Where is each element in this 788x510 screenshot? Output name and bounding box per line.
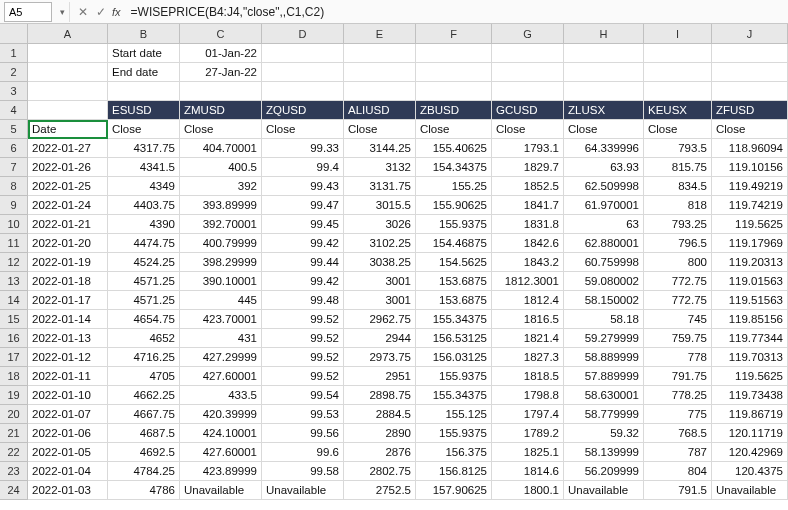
cell[interactable]: 3001: [344, 272, 416, 291]
cell[interactable]: 155.90625: [416, 196, 492, 215]
cell[interactable]: 99.53: [262, 405, 344, 424]
cell[interactable]: ESUSD: [108, 101, 180, 120]
cell[interactable]: 156.8125: [416, 462, 492, 481]
row-header[interactable]: 13: [0, 272, 28, 291]
cell[interactable]: 155.34375: [416, 310, 492, 329]
cell[interactable]: 1842.6: [492, 234, 564, 253]
cell[interactable]: 2022-01-06: [28, 424, 108, 443]
column-header[interactable]: E: [344, 24, 416, 44]
cell[interactable]: Date: [28, 120, 108, 139]
cell[interactable]: 1829.7: [492, 158, 564, 177]
cell[interactable]: Close: [644, 120, 712, 139]
cell[interactable]: 27-Jan-22: [180, 63, 262, 82]
cell[interactable]: 4571.25: [108, 291, 180, 310]
cell[interactable]: [644, 82, 712, 101]
cell[interactable]: 2962.75: [344, 310, 416, 329]
column-header[interactable]: F: [416, 24, 492, 44]
cell[interactable]: 62.509998: [564, 177, 644, 196]
cell[interactable]: 119.10156: [712, 158, 788, 177]
cell[interactable]: 119.74219: [712, 196, 788, 215]
cell[interactable]: Unavailable: [180, 481, 262, 500]
cell[interactable]: 400.79999: [180, 234, 262, 253]
cell[interactable]: 63.93: [564, 158, 644, 177]
cell[interactable]: 120.11719: [712, 424, 788, 443]
row-header[interactable]: 8: [0, 177, 28, 196]
column-header[interactable]: H: [564, 24, 644, 44]
cell[interactable]: 1827.3: [492, 348, 564, 367]
cell[interactable]: 2022-01-11: [28, 367, 108, 386]
cell[interactable]: 119.73438: [712, 386, 788, 405]
cell[interactable]: GCUSD: [492, 101, 564, 120]
cell[interactable]: 58.779999: [564, 405, 644, 424]
cell[interactable]: 1812.3001: [492, 272, 564, 291]
cell[interactable]: 155.25: [416, 177, 492, 196]
cell[interactable]: 4784.25: [108, 462, 180, 481]
cell[interactable]: 4349: [108, 177, 180, 196]
cell[interactable]: 1821.4: [492, 329, 564, 348]
cell[interactable]: ZLUSX: [564, 101, 644, 120]
cell[interactable]: 2022-01-26: [28, 158, 108, 177]
cell[interactable]: 1814.6: [492, 462, 564, 481]
cell[interactable]: [28, 44, 108, 63]
cell[interactable]: 4687.5: [108, 424, 180, 443]
cell[interactable]: ALIUSD: [344, 101, 416, 120]
cell[interactable]: 119.86719: [712, 405, 788, 424]
cell[interactable]: 154.46875: [416, 234, 492, 253]
cell[interactable]: 4667.75: [108, 405, 180, 424]
cell[interactable]: 119.70313: [712, 348, 788, 367]
cell[interactable]: 99.52: [262, 348, 344, 367]
cell[interactable]: 99.52: [262, 310, 344, 329]
cell[interactable]: 154.34375: [416, 158, 492, 177]
cell[interactable]: 778: [644, 348, 712, 367]
cell[interactable]: 778.25: [644, 386, 712, 405]
cell[interactable]: 4317.75: [108, 139, 180, 158]
cell[interactable]: 58.139999: [564, 443, 644, 462]
cell[interactable]: 99.54: [262, 386, 344, 405]
cell[interactable]: 2022-01-12: [28, 348, 108, 367]
cell[interactable]: 4716.25: [108, 348, 180, 367]
cell[interactable]: 3131.75: [344, 177, 416, 196]
cell[interactable]: 1793.1: [492, 139, 564, 158]
cell[interactable]: 99.45: [262, 215, 344, 234]
cell[interactable]: 99.52: [262, 367, 344, 386]
cell[interactable]: 99.33: [262, 139, 344, 158]
cell[interactable]: 1812.4: [492, 291, 564, 310]
cell[interactable]: 4571.25: [108, 272, 180, 291]
cell[interactable]: 99.44: [262, 253, 344, 272]
cell[interactable]: [644, 63, 712, 82]
cell[interactable]: 4662.25: [108, 386, 180, 405]
cell[interactable]: 99.56: [262, 424, 344, 443]
cell[interactable]: [344, 44, 416, 63]
row-header[interactable]: 10: [0, 215, 28, 234]
cell[interactable]: 1797.4: [492, 405, 564, 424]
row-header[interactable]: 7: [0, 158, 28, 177]
column-header[interactable]: A: [28, 24, 108, 44]
cell[interactable]: 427.60001: [180, 367, 262, 386]
cell[interactable]: 392: [180, 177, 262, 196]
cell[interactable]: 2022-01-10: [28, 386, 108, 405]
cell[interactable]: ZFUSD: [712, 101, 788, 120]
cell[interactable]: 772.75: [644, 291, 712, 310]
cell[interactable]: 3132: [344, 158, 416, 177]
cell[interactable]: 2890: [344, 424, 416, 443]
column-header[interactable]: J: [712, 24, 788, 44]
cell[interactable]: ZMUSD: [180, 101, 262, 120]
cell[interactable]: [262, 44, 344, 63]
cell[interactable]: 1816.5: [492, 310, 564, 329]
cell[interactable]: 4474.75: [108, 234, 180, 253]
row-header[interactable]: 21: [0, 424, 28, 443]
cell[interactable]: [108, 82, 180, 101]
cell[interactable]: 57.889999: [564, 367, 644, 386]
column-header[interactable]: B: [108, 24, 180, 44]
row-header[interactable]: 14: [0, 291, 28, 310]
cell[interactable]: 119.5625: [712, 215, 788, 234]
cell[interactable]: 63: [564, 215, 644, 234]
cell[interactable]: 58.630001: [564, 386, 644, 405]
cell[interactable]: [416, 63, 492, 82]
cell[interactable]: 427.60001: [180, 443, 262, 462]
cell[interactable]: 1800.1: [492, 481, 564, 500]
cell[interactable]: 119.49219: [712, 177, 788, 196]
cell[interactable]: Unavailable: [262, 481, 344, 500]
cell[interactable]: 99.42: [262, 272, 344, 291]
row-header[interactable]: 4: [0, 101, 28, 120]
